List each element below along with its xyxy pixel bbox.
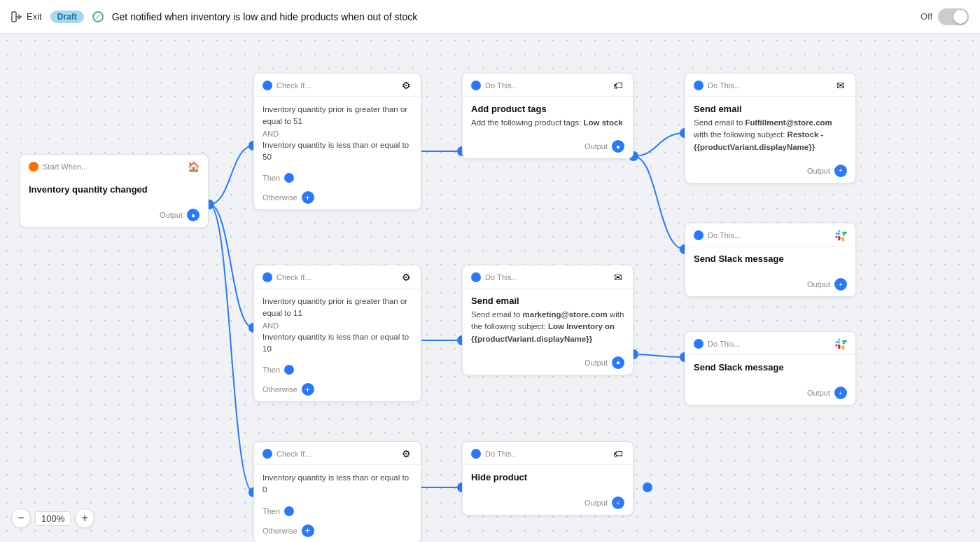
do5-footer: Output + (685, 274, 855, 296)
do6-dot (694, 339, 704, 349)
do6-output-dot[interactable]: + (834, 387, 847, 399)
start-dot (29, 162, 38, 172)
do-node-4: Do This... ✉ Send email Send email to Fu… (685, 73, 856, 183)
app-header: Exit Draft ✓ Get notified when inventory… (0, 0, 980, 34)
page-title: Get notified when inventory is low and h… (112, 11, 912, 22)
check2-and: AND (262, 320, 412, 331)
filter-icon-1: ⚙ (400, 79, 412, 92)
do3-header-label: Do This... (485, 450, 608, 458)
check2-otherwise-label: Otherwise (262, 385, 298, 394)
do2-body: Send email Send email to marketing@store… (463, 289, 633, 352)
check3-otherwise-label: Otherwise (262, 527, 298, 535)
check3-then: Then (254, 503, 421, 522)
check2-header-label: Check If... (276, 273, 396, 282)
filter-icon-3: ⚙ (400, 447, 412, 460)
check3-dot (262, 449, 272, 459)
check1-cond2: Inventory quantity is less than or equal… (262, 139, 412, 164)
do3-output-label: Output (584, 499, 608, 507)
do5-title: Send Slack message (694, 253, 847, 264)
zoom-controls: − 100% + (11, 508, 94, 528)
check1-then-dot[interactable] (284, 173, 294, 183)
do1-output-dot[interactable]: ● (612, 140, 624, 153)
do2-output-dot[interactable]: ● (612, 356, 624, 369)
check1-header-label: Check If... (276, 81, 396, 90)
zoom-out-button[interactable]: − (11, 508, 31, 528)
do5-body: Send Slack message (685, 246, 855, 274)
check1-otherwise: Otherwise + (254, 188, 421, 209)
do4-dot (694, 81, 704, 90)
do5-header: Do This... (685, 223, 855, 246)
start-node-header: Start When... 🏠 (20, 155, 208, 177)
toggle-label: Off (920, 11, 932, 22)
do2-title: Send email (471, 296, 624, 306)
home-icon: 🏠 (187, 160, 200, 173)
do3-footer: Output + (463, 492, 633, 515)
check1-dot (262, 81, 272, 90)
do3-output-dot[interactable]: + (612, 496, 624, 509)
do6-body: Send Slack message (685, 355, 855, 382)
do5-output-dot[interactable]: + (834, 278, 847, 291)
do4-desc: Send email to Fulfillment@store.com with… (694, 117, 847, 153)
do3-body: Hide product (463, 465, 633, 492)
do5-output-label: Output (807, 280, 830, 289)
check3-otherwise: Otherwise + (254, 522, 421, 543)
exit-icon (11, 11, 22, 22)
do1-header: Do This... 🏷 (463, 74, 633, 97)
svg-rect-0 (12, 12, 16, 22)
do2-footer: Output ● (463, 352, 633, 375)
start-output-dot[interactable]: ● (187, 209, 200, 221)
do4-footer: Output + (685, 160, 855, 183)
status-icon: ✓ (92, 11, 104, 22)
do1-title: Add product tags (471, 104, 624, 114)
check2-cond1: Inventory quantity prior is greater than… (262, 296, 412, 320)
do5-dot (694, 230, 704, 240)
do2-header: Do This... ✉ (463, 265, 633, 289)
start-node-title: Inventory quantity changed (29, 184, 200, 195)
do1-header-label: Do This... (485, 81, 608, 90)
tag-icon-3: 🏷 (612, 447, 624, 460)
toggle-area: Off (920, 8, 969, 25)
zoom-in-button[interactable]: + (75, 508, 94, 528)
do-node-1: Do This... 🏷 Add product tags Add the fo… (462, 73, 634, 159)
check2-then-label: Then (262, 366, 280, 374)
do4-header: Do This... ✉ (685, 74, 855, 97)
do6-footer: Output + (685, 382, 855, 405)
do3-title: Hide product (471, 472, 624, 482)
do4-body: Send email Send email to Fulfillment@sto… (685, 97, 855, 160)
check3-then-dot[interactable] (284, 506, 294, 516)
zoom-value: 100% (35, 511, 71, 526)
start-node-body: Inventory quantity changed (20, 177, 208, 204)
check2-otherwise-plus[interactable]: + (302, 383, 314, 396)
check3-otherwise-plus[interactable]: + (302, 524, 314, 537)
exit-button[interactable]: Exit (11, 11, 42, 22)
do2-output-label: Output (584, 359, 608, 367)
check-node-3: Check If... ⚙ Inventory quantity is less… (253, 441, 421, 542)
exit-label: Exit (27, 11, 42, 22)
do3-dot (471, 449, 481, 459)
do6-header-label: Do This... (708, 340, 830, 348)
check1-then-label: Then (262, 174, 280, 182)
workflow-canvas[interactable]: Start When... 🏠 Inventory quantity chang… (0, 34, 980, 542)
check3-cond1: Inventory quantity is less than or equal… (262, 472, 412, 496)
svg-point-14 (643, 482, 652, 492)
check1-otherwise-plus[interactable]: + (302, 191, 314, 204)
do1-footer: Output ● (463, 136, 633, 158)
check2-header: Check If... ⚙ (254, 265, 421, 289)
filter-icon-2: ⚙ (400, 271, 412, 284)
do-node-6: Do This... Send Slack message Output + (685, 331, 856, 405)
email-icon-2: ✉ (612, 271, 624, 284)
check2-body: Inventory quantity prior is greater than… (254, 289, 421, 362)
check2-then-dot[interactable] (284, 365, 294, 375)
active-toggle[interactable] (938, 8, 969, 25)
slack-icon-6 (834, 338, 847, 350)
do4-output-dot[interactable]: + (834, 165, 847, 177)
check1-and: AND (262, 128, 412, 139)
start-node-footer: Output ● (20, 204, 208, 227)
do1-desc: Add the following product tags: Low stoc… (471, 117, 624, 129)
do2-header-label: Do This... (485, 273, 608, 282)
email-icon-4: ✉ (834, 79, 847, 92)
check3-header: Check If... ⚙ (254, 442, 421, 465)
do4-header-label: Do This... (708, 81, 830, 90)
do1-output-label: Output (584, 142, 608, 151)
do4-output-label: Output (807, 167, 830, 175)
